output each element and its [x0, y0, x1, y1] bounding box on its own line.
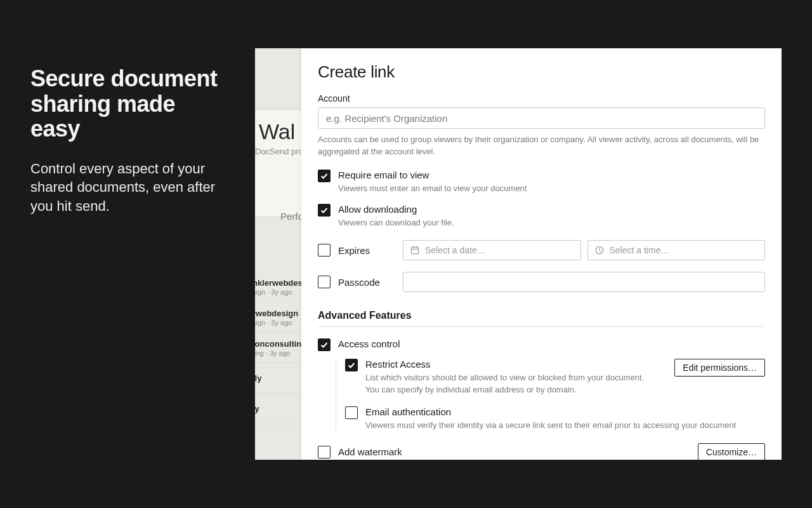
calendar-icon — [410, 245, 420, 255]
require-email-checkbox[interactable] — [318, 170, 331, 182]
restrict-access-row: Restrict Access List which visitors shou… — [345, 359, 765, 396]
clock-icon — [594, 245, 605, 255]
restrict-access-checkbox[interactable] — [345, 359, 358, 371]
email-auth-checkbox[interactable] — [345, 406, 358, 419]
access-control-checkbox[interactable] — [318, 338, 331, 351]
access-control-nested: Restrict Access List which visitors shou… — [336, 359, 765, 432]
watermark-label: Add watermark — [338, 446, 690, 457]
account-help: Accounts can be used to group viewers by… — [318, 134, 765, 158]
restrict-access-label: Restrict Access — [365, 359, 658, 370]
hero-title: Secure document sharing made easy — [30, 66, 227, 142]
account-label: Account — [318, 93, 765, 104]
passcode-row: Passcode — [318, 272, 765, 292]
check-icon — [347, 361, 356, 370]
expires-date-placeholder: Select a date… — [425, 245, 486, 255]
check-icon — [320, 340, 329, 349]
expires-row: Expires Select a date… Select a time… — [318, 240, 765, 260]
check-icon — [320, 206, 329, 215]
list-item: nklerwebdesi sign · 3y ago — [255, 272, 306, 302]
access-control-label: Access control — [338, 338, 765, 349]
passcode-label: Passcode — [338, 277, 395, 288]
expires-date-picker[interactable]: Select a date… — [403, 240, 581, 260]
svg-line-6 — [599, 250, 601, 251]
require-email-row: Require email to view Viewers must enter… — [318, 170, 765, 195]
require-email-desc: Viewers must enter an email to view your… — [338, 183, 765, 195]
list-item: ly — [255, 394, 306, 424]
expires-time-picker[interactable]: Select a time… — [587, 240, 766, 260]
edit-permissions-button[interactable]: Edit permissions… — [674, 359, 765, 377]
email-auth-label: Email authentication — [365, 406, 765, 417]
bg-tab: Perfo — [280, 211, 303, 222]
bg-document-title: ct Wal — [255, 119, 295, 144]
allow-download-checkbox[interactable] — [318, 204, 331, 217]
list-item: .ly — [255, 363, 306, 394]
create-link-modal: Create link Account Accounts can be used… — [301, 48, 782, 460]
app-screenshot: ct Wal DocSend pro Perfo nklerwebdesi si… — [255, 48, 782, 460]
expires-checkbox[interactable] — [318, 244, 331, 257]
list-item: ionconsultin ting · 3y ago — [255, 333, 306, 363]
watermark-checkbox[interactable] — [318, 446, 331, 458]
access-control-row: Access control — [318, 338, 765, 351]
watermark-row: Add watermark Customize… — [318, 443, 765, 460]
bg-visitor-list: nklerwebdesi sign · 3y ago rwebdesign si… — [255, 272, 306, 424]
email-auth-row: Email authentication Viewers must verify… — [345, 406, 765, 432]
customize-watermark-button[interactable]: Customize… — [698, 443, 765, 460]
restrict-access-desc: List which visitors should be allowed to… — [365, 372, 658, 396]
check-icon — [320, 171, 329, 180]
email-auth-desc: Viewers must verify their identity via a… — [365, 420, 765, 432]
bg-document-sub: DocSend pro — [255, 147, 303, 156]
expires-label: Expires — [338, 245, 395, 256]
passcode-checkbox[interactable] — [318, 276, 331, 288]
advanced-header: Advanced Features — [318, 310, 765, 327]
allow-download-desc: Viewers can download your file. — [338, 217, 765, 229]
require-email-label: Require email to view — [338, 170, 765, 180]
hero-copy: Secure document sharing made easy Contro… — [30, 66, 227, 216]
list-item: rwebdesign sign · 3y ago — [255, 302, 306, 333]
allow-download-label: Allow downloading — [338, 204, 765, 215]
expires-time-placeholder: Select a time… — [610, 245, 670, 255]
passcode-input[interactable] — [403, 272, 765, 292]
account-input[interactable] — [318, 107, 765, 129]
allow-download-row: Allow downloading Viewers can download y… — [318, 204, 765, 229]
hero-subtitle: Control every aspect of your shared docu… — [30, 159, 227, 216]
svg-rect-0 — [411, 248, 418, 254]
modal-title: Create link — [318, 62, 765, 82]
